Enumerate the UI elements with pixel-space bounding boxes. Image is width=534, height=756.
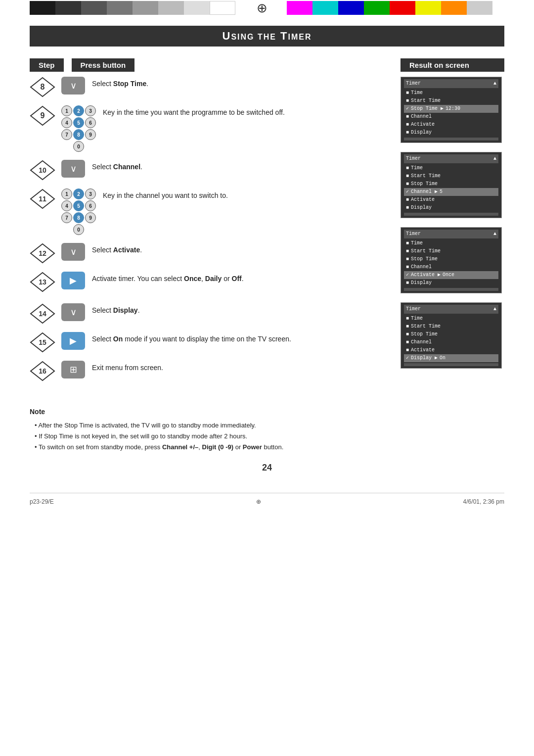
tv-screen-1-title: Timer — [406, 80, 421, 88]
numpad-11: 1 2 3 4 5 6 7 8 9 0 — [61, 189, 96, 235]
tv-row-stop-2: ■ Stop Time — [404, 180, 498, 188]
step-row-10: 10 ∨ Select Channel. — [30, 160, 391, 184]
step-row-16: 16 ⊞ Exit menu from screen. — [30, 361, 391, 384]
tv-title-bar-2: Timer ▲ — [404, 154, 498, 163]
tv-title-bar-3: Timer ▲ — [404, 230, 498, 238]
color-swatch-4 — [107, 1, 133, 15]
color-swatch-5 — [133, 1, 158, 15]
result-on-screen-header: Result on screen — [400, 58, 504, 72]
title-word: TIMER — [280, 30, 312, 42]
step-group-10-11: 10 ∨ Select Channel. 11 — [30, 160, 391, 235]
numpad-key-7[interactable]: 7 — [61, 129, 72, 140]
step-text-11: Key in the channel you want to switch to… — [103, 189, 228, 201]
step-group-8-9: 8 ∨ Select Stop Time. 9 — [30, 77, 391, 152]
tv-bottom-bar-2 — [404, 213, 498, 216]
note-item-3: To switch on set from standby mode, pres… — [35, 442, 504, 453]
tv-row-activate-1: ■ Activate — [404, 121, 498, 129]
page-footer: p23-29/E ⊕ 4/6/01, 2:36 pm — [30, 493, 504, 505]
numpad-key-8[interactable]: 8 — [73, 129, 84, 140]
step-text-9: Key in the time you want the programme t… — [103, 105, 285, 118]
right-arrow-icon-13: ▶ — [70, 275, 77, 286]
step-row-14: 14 ∨ Select Display. — [30, 303, 391, 327]
step-number-10: 10 — [30, 160, 55, 181]
numpad-key-1[interactable]: 1 — [61, 105, 72, 116]
numpad-key-0[interactable]: 0 — [73, 141, 84, 152]
tv-row-stop-selected-1: ✓ Stop Time ▶ 12:30 — [404, 105, 498, 113]
note-item-2: If Stop Time is not keyed in, the set wi… — [35, 431, 504, 442]
screens-column: Timer ▲ ■ Time ■ Start Time ✓ Stop Time … — [400, 77, 504, 392]
tv-up-arrow-1: ▲ — [493, 80, 496, 88]
step-number-12: 12 — [30, 243, 55, 264]
down-arrow-icon-12: ∨ — [70, 246, 77, 257]
tv-screen-4-title: Timer — [406, 305, 421, 313]
press-button-header: Press button — [72, 58, 135, 72]
tv-row-channel-1: ■ Channel — [404, 113, 498, 121]
tv-title-bar-4: Timer ▲ — [404, 305, 498, 314]
step-number-8: 8 — [30, 77, 55, 97]
tv-row-start-2: ■ Start Time — [404, 172, 498, 180]
down-button-14[interactable]: ∨ — [61, 303, 85, 321]
numpad-11-key-7[interactable]: 7 — [61, 212, 72, 223]
tv-row-channel-selected-2: ✓ Channel ▶ 5 — [404, 188, 498, 196]
crosshair-icon: ⊕ — [257, 0, 267, 16]
step-row-13: 13 ▶ Activate timer. You can select Once… — [30, 272, 391, 295]
numpad-key-4[interactable]: 4 — [61, 117, 72, 128]
step-number-11: 11 — [30, 189, 55, 209]
tv-bottom-bar-3 — [404, 288, 498, 291]
page-container: USING THE TIMER Step Press button Result… — [0, 16, 534, 525]
color-swatch-13 — [390, 1, 415, 15]
tv-title-bar-1: Timer ▲ — [404, 79, 498, 88]
step-text-15: Select On mode if you want to display th… — [92, 332, 291, 344]
tv-row-display-1: ■ Display — [404, 129, 498, 137]
color-swatch-16 — [467, 1, 492, 15]
numpad-11-key-5[interactable]: 5 — [73, 200, 84, 211]
down-button-8[interactable]: ∨ — [61, 77, 85, 94]
tv-row-activate-2: ■ Activate — [404, 196, 498, 204]
color-bar-left — [30, 0, 237, 16]
numpad-11-key-4[interactable]: 4 — [61, 200, 72, 211]
step-row-9: 9 1 2 3 4 5 6 7 8 9 0 Ke — [30, 105, 391, 152]
numpad-key-6[interactable]: 6 — [85, 117, 96, 128]
numpad-11-key-3[interactable]: 3 — [85, 189, 96, 199]
tv-row-start-1: ■ Start Time — [404, 97, 498, 105]
tv-up-arrow-2: ▲ — [493, 155, 496, 163]
numpad-key-9[interactable]: 9 — [85, 129, 96, 140]
color-swatch-2 — [55, 1, 81, 15]
step-number-16: 16 — [30, 361, 55, 381]
down-arrow-icon: ∨ — [70, 80, 77, 91]
numpad-key-5[interactable]: 5 — [73, 117, 84, 128]
down-button-12[interactable]: ∨ — [61, 243, 85, 261]
step-text-16: Exit menu from screen. — [92, 361, 163, 373]
header-row: Step Press button Result on screen — [30, 58, 504, 72]
crosshair-center: ⊕ — [237, 0, 287, 16]
tv-row-activate-4: ■ Activate — [404, 346, 498, 354]
title-prefix: USING THE — [222, 30, 276, 42]
content-area: 8 ∨ Select Stop Time. 9 — [30, 77, 504, 392]
tv-row-time-3: ■ Time — [404, 239, 498, 247]
numpad-key-3[interactable]: 3 — [85, 105, 96, 116]
right-button-13[interactable]: ▶ — [61, 272, 85, 289]
step-number-13: 13 — [30, 272, 55, 292]
tv-screen-2: Timer ▲ ■ Time ■ Start Time ■ Stop Time … — [400, 152, 502, 218]
down-button-10[interactable]: ∨ — [61, 160, 85, 178]
numpad-11-key-0[interactable]: 0 — [73, 224, 84, 235]
step-text-14: Select Display. — [92, 303, 140, 316]
numpad-11-key-8[interactable]: 8 — [73, 212, 84, 223]
numpad-11-key-2[interactable]: 2 — [73, 189, 84, 199]
footer-crosshair: ⊕ — [256, 498, 261, 505]
menu-button-16[interactable]: ⊞ — [61, 361, 85, 378]
step-group-14-16: 14 ∨ Select Display. 15 — [30, 303, 391, 384]
numpad-11-key-9[interactable]: 9 — [85, 212, 96, 223]
numpad-key-2[interactable]: 2 — [73, 105, 84, 116]
right-button-15[interactable]: ▶ — [61, 332, 85, 350]
step-row-8: 8 ∨ Select Stop Time. — [30, 77, 391, 100]
tv-bottom-bar-4 — [404, 363, 498, 366]
numpad-11-key-1[interactable]: 1 — [61, 189, 72, 199]
numpad-11-key-6[interactable]: 6 — [85, 200, 96, 211]
header-left: Step Press button — [30, 58, 400, 72]
color-swatch-14 — [415, 1, 441, 15]
footer-left: p23-29/E — [30, 498, 54, 505]
color-swatch-9 — [287, 1, 312, 15]
notes-list: After the Stop Time is activated, the TV… — [30, 420, 504, 453]
steps-column: 8 ∨ Select Stop Time. 9 — [30, 77, 391, 392]
